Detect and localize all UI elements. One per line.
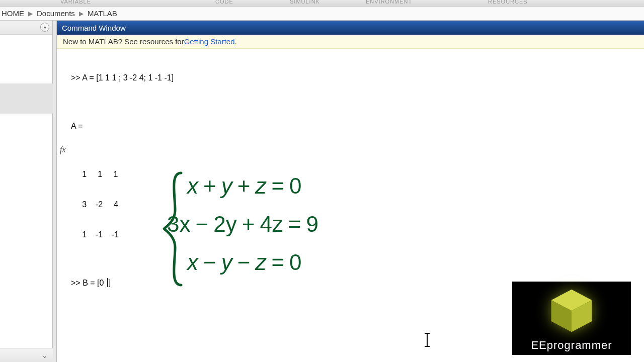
panel-splitter[interactable] bbox=[53, 21, 57, 362]
banner-suffix: . bbox=[235, 37, 237, 46]
getting-started-link[interactable]: Getting Started bbox=[184, 37, 235, 46]
cmd-line: >> A = [1 1 1 ; 3 -2 4; 1 -1 -1] bbox=[71, 72, 644, 84]
banner-text: New to MATLAB? See resources for bbox=[63, 37, 184, 46]
current-folder-panel: ▾ ⌄ bbox=[0, 21, 53, 362]
cmd-output-header: A = bbox=[71, 120, 644, 132]
chevron-down-icon: ⌄ bbox=[42, 351, 48, 359]
toolstrip: VARIABLE CODE SIMULINK ENVIRONMENT RESOU… bbox=[0, 0, 644, 7]
breadcrumb-seg-home[interactable]: HOME bbox=[2, 9, 24, 18]
details-panel-header[interactable]: ⌄ bbox=[0, 348, 53, 362]
sidebar-selection bbox=[0, 83, 53, 114]
matrix-row: 3 -2 4 bbox=[71, 199, 644, 211]
matrix-row: 1 -1 -1 bbox=[71, 229, 644, 241]
equation-3: x−y−z=0 bbox=[187, 243, 318, 282]
current-folder-header: ▾ bbox=[0, 21, 52, 35]
fx-function-browser-icon[interactable]: fx bbox=[60, 145, 66, 154]
toolstrip-section-variable: VARIABLE bbox=[60, 0, 91, 5]
breadcrumb-seg-matlab[interactable]: MATLAB bbox=[88, 9, 117, 18]
current-folder-breadcrumb[interactable]: HOME ▶ Documents ▶ MATLAB bbox=[0, 7, 644, 21]
watermark-text: EEprogrammer bbox=[531, 339, 612, 352]
toolstrip-section-simulink: SIMULINK bbox=[290, 0, 320, 5]
command-window-title: Command Window bbox=[57, 21, 644, 35]
getting-started-banner: New to MATLAB? See resources for Getting… bbox=[57, 35, 644, 49]
equation-1: x+y+z=0 bbox=[187, 167, 318, 205]
panel-menu-button[interactable]: ▾ bbox=[40, 23, 49, 32]
chevron-down-icon: ▾ bbox=[44, 25, 46, 30]
breadcrumb-seg-documents[interactable]: Documents bbox=[37, 9, 75, 18]
equation-2: 3x−2y+4z=9 bbox=[167, 205, 318, 243]
eeprogrammer-watermark: EEprogrammer bbox=[512, 282, 631, 355]
chevron-right-icon: ▶ bbox=[28, 10, 33, 17]
toolstrip-section-environment: ENVIRONMENT bbox=[366, 0, 412, 5]
cube-logo-icon bbox=[547, 287, 596, 335]
text-cursor-icon bbox=[427, 333, 428, 347]
chevron-right-icon: ▶ bbox=[79, 10, 84, 17]
toolstrip-section-code: CODE bbox=[215, 0, 233, 5]
matrix-row: 1 1 1 bbox=[71, 168, 644, 180]
toolstrip-section-resources: RESOURCES bbox=[488, 0, 528, 5]
text-caret bbox=[107, 278, 108, 287]
